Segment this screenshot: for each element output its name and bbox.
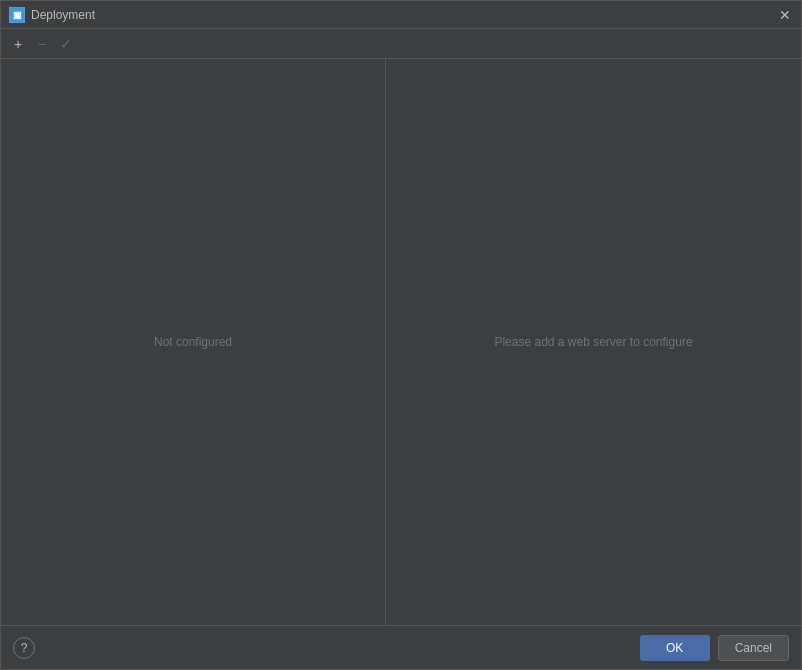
remove-button[interactable]: −	[31, 33, 53, 55]
title-bar: ▣ Deployment ✕	[1, 1, 801, 29]
right-panel: Please add a web server to configure	[386, 59, 801, 625]
dialog-title: Deployment	[31, 8, 95, 22]
not-configured-label: Not configured	[154, 335, 232, 349]
svg-text:▣: ▣	[13, 10, 22, 20]
help-button[interactable]: ?	[13, 637, 35, 659]
cancel-button[interactable]: Cancel	[718, 635, 789, 661]
title-bar-left: ▣ Deployment	[9, 7, 95, 23]
please-add-label: Please add a web server to configure	[494, 335, 692, 349]
left-panel: Not configured	[1, 59, 386, 625]
main-content: Not configured Please add a web server t…	[1, 59, 801, 625]
close-button[interactable]: ✕	[777, 7, 793, 23]
toolbar: + − ✓	[1, 29, 801, 59]
check-button[interactable]: ✓	[55, 33, 77, 55]
footer: ? OK Cancel	[1, 625, 801, 669]
add-button[interactable]: +	[7, 33, 29, 55]
dialog-icon: ▣	[9, 7, 25, 23]
footer-buttons: OK Cancel	[640, 635, 789, 661]
deployment-dialog: ▣ Deployment ✕ + − ✓ Not configured Plea…	[0, 0, 802, 670]
ok-button[interactable]: OK	[640, 635, 710, 661]
